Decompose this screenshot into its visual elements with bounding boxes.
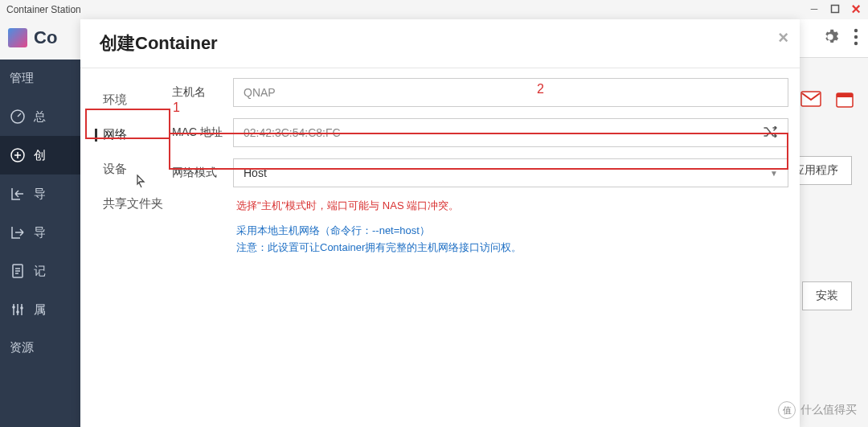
svg-point-3: [854, 42, 858, 45]
maximize-icon[interactable]: [828, 2, 842, 16]
export-icon: [10, 224, 26, 240]
sidebar-item-dashboard[interactable]: 总: [0, 97, 80, 136]
watermark-badge: 值: [778, 401, 796, 419]
svg-point-1: [854, 29, 858, 32]
network-label: 网络模式: [169, 166, 233, 180]
svg-rect-0: [832, 6, 839, 13]
chevron-down-icon: ▼: [770, 169, 778, 178]
minimize-icon[interactable]: ─: [807, 2, 821, 16]
gear-icon[interactable]: [821, 28, 839, 49]
sidebar-item-create[interactable]: 创: [0, 136, 80, 174]
modal-tabs: 环境 网络 设备 共享文件夹 1: [80, 68, 169, 427]
svg-point-10: [12, 306, 15, 309]
close-icon[interactable]: ×: [849, 2, 863, 16]
background-app-icons: [800, 90, 854, 111]
window-titlebar: Container Station ─ ×: [0, 0, 868, 19]
sidebar-item-import[interactable]: 导: [0, 174, 80, 213]
mail-icon: [800, 91, 821, 110]
svg-point-2: [854, 35, 858, 39]
mac-row: MAC 地址 02:42:3C:54:C8:FC: [169, 118, 788, 147]
sliders-icon: [10, 302, 26, 318]
hostname-row: 主机名 QNAP: [169, 78, 788, 107]
sidebar-item-settings[interactable]: 属: [0, 290, 80, 329]
import-icon: [10, 186, 26, 202]
mac-label: MAC 地址: [169, 125, 233, 140]
sidebar-item-log[interactable]: 记: [0, 252, 80, 290]
sidebar-item-resource[interactable]: 资源: [0, 329, 80, 367]
watermark-text: 什么值得买: [800, 403, 857, 417]
tab-device[interactable]: 设备: [80, 152, 169, 187]
app-name: Co: [34, 27, 57, 48]
tab-shared-folder[interactable]: 共享文件夹: [80, 187, 169, 221]
svg-rect-6: [837, 93, 853, 97]
bg-button-install[interactable]: 安装: [802, 281, 852, 310]
create-container-modal: 创建Container × 环境 网络 设备 共享文件夹 1 主机名: [80, 19, 800, 427]
app-logo-icon: [8, 28, 27, 47]
window-title: Container Station: [6, 4, 81, 15]
shuffle-icon[interactable]: [764, 126, 778, 140]
form-area: 主机名 QNAP MAC 地址 02:42:3C:54:C8:FC 网: [169, 68, 800, 427]
modal-title: 创建Container: [100, 31, 218, 55]
sidebar: Co 管理 总 创 导 导 记 属 资源: [0, 19, 80, 427]
info-text: 采用本地主机网络（命令行：--net=host） 注意：此设置可让Contain…: [236, 223, 788, 257]
calendar-icon: [836, 90, 854, 111]
sidebar-item-export[interactable]: 导: [0, 213, 80, 252]
warning-text: 选择"主机"模式时，端口可能与 NAS 端口冲突。: [236, 199, 788, 213]
sidebar-item-manage[interactable]: 管理: [0, 60, 80, 97]
more-vertical-icon[interactable]: [854, 28, 858, 49]
dashboard-icon: [10, 109, 26, 125]
document-icon: [10, 263, 26, 279]
annotation-box-1: 1: [85, 109, 170, 139]
svg-point-12: [20, 306, 23, 310]
modal-header: 创建Container ×: [80, 19, 800, 68]
svg-point-11: [16, 310, 19, 314]
cursor-icon: [133, 174, 146, 192]
network-row: 网络模式 Host ▼: [169, 158, 788, 187]
modal-close-icon[interactable]: ×: [778, 27, 788, 48]
plus-circle-icon: [10, 147, 26, 163]
watermark: 值 什么值得买: [778, 401, 857, 419]
hostname-label: 主机名: [169, 85, 233, 100]
network-select[interactable]: Host ▼: [233, 158, 788, 187]
hostname-input[interactable]: QNAP: [233, 78, 788, 107]
mac-input[interactable]: 02:42:3C:54:C8:FC: [233, 118, 788, 147]
app-header: Co: [0, 19, 80, 60]
